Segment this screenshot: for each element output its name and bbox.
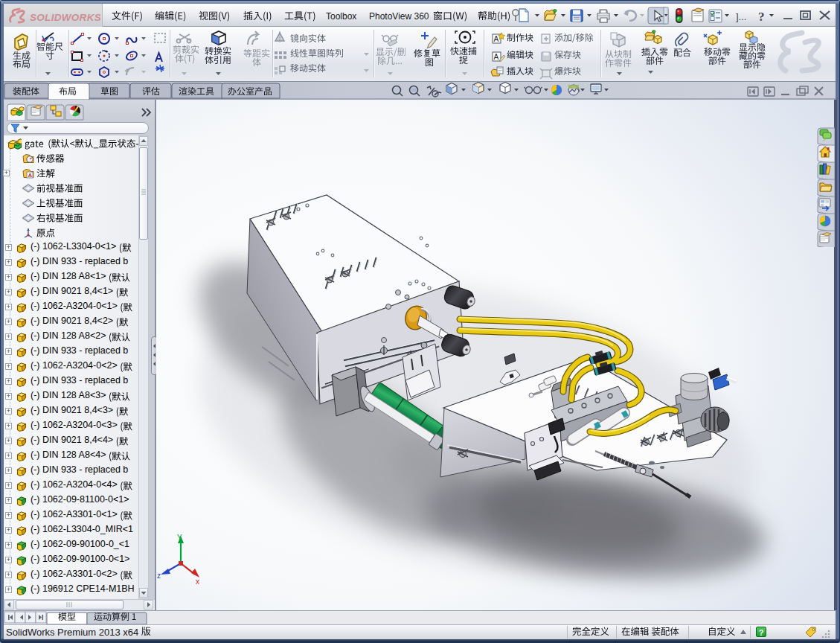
svg-text:x: x xyxy=(196,578,199,586)
svg-text:z: z xyxy=(157,572,161,580)
svg-text:Y: Y xyxy=(177,534,182,542)
svg-text:A: A xyxy=(494,35,499,43)
svg-text:?: ? xyxy=(758,10,765,24)
svg-text:A: A xyxy=(494,53,499,61)
svg-text:SOLIDWORKS: SOLIDWORKS xyxy=(30,12,100,23)
svg-text:]...: ]... xyxy=(736,11,746,22)
